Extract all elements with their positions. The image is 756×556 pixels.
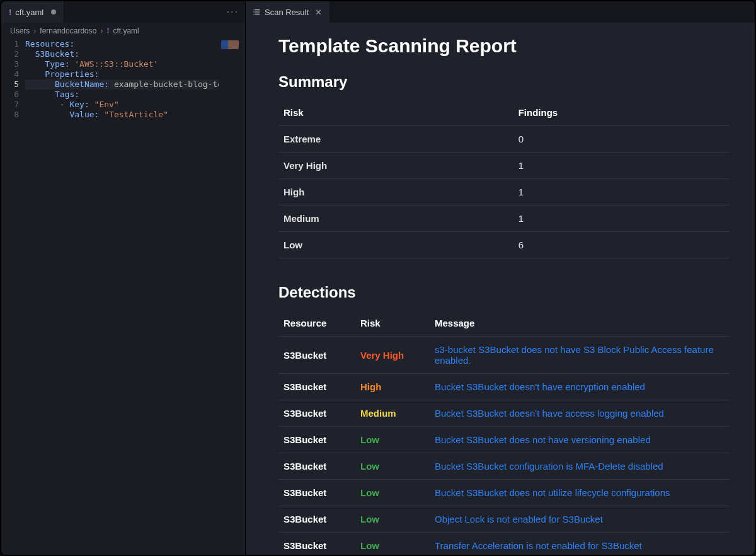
breadcrumb-seg[interactable]: fernandocardoso [40, 26, 96, 35]
summary-risk: Extreme [278, 126, 513, 153]
editor-pane: ! cft.yaml ··· Users › fernandocardoso ›… [1, 1, 246, 555]
minimap-blob [221, 40, 239, 49]
breadcrumb[interactable]: Users › fernandocardoso › ! cft.yaml [1, 23, 245, 39]
detection-resource: S3Bucket [278, 453, 355, 480]
detection-row: S3BucketLowTransfer Acceleration is not … [278, 533, 730, 555]
svg-point-4 [253, 11, 254, 12]
summary-risk: Very High [278, 153, 513, 179]
detection-message-link[interactable]: s3-bucket S3Bucket does not have S3 Bloc… [435, 344, 714, 366]
detection-row: S3BucketLowObject Lock is not enabled fo… [278, 506, 730, 533]
line-number: 6 [1, 90, 19, 100]
detection-message: Bucket S3Bucket configuration is MFA-Del… [430, 453, 730, 480]
detection-message-link[interactable]: Transfer Acceleration is not enabled for… [435, 540, 642, 551]
summary-findings: 1 [513, 153, 730, 179]
chevron-right-icon: › [33, 26, 36, 35]
detection-message: Bucket S3Bucket doesn't have access logg… [430, 400, 730, 427]
detections-heading: Detections [278, 284, 730, 310]
scan-body[interactable]: Template Scanning Report Summary Risk Fi… [246, 23, 755, 555]
summary-findings: 6 [513, 232, 730, 258]
detection-message-link[interactable]: Bucket S3Bucket does not utilize lifecyc… [435, 487, 670, 498]
detection-risk: Low [355, 453, 430, 480]
detection-resource: S3Bucket [278, 480, 355, 506]
detection-resource: S3Bucket [278, 506, 355, 533]
code-line[interactable]: Resources: [25, 39, 245, 49]
scan-pane: Scan Result ✕ Template Scanning Report S… [246, 1, 755, 555]
code-editor[interactable]: 12345678 Resources: S3Bucket: Type: 'AWS… [1, 39, 245, 555]
detection-risk: Low [355, 506, 430, 533]
line-number: 4 [1, 69, 19, 79]
report-title: Template Scanning Report [278, 32, 730, 73]
detection-message-link[interactable]: Bucket S3Bucket configuration is MFA-Del… [435, 461, 663, 472]
detection-risk: Low [355, 533, 430, 555]
detection-message: s3-bucket S3Bucket does not have S3 Bloc… [430, 337, 730, 374]
list-icon [253, 8, 261, 16]
detect-col-message: Message [430, 310, 730, 337]
detection-resource: S3Bucket [278, 400, 355, 427]
summary-row: Low6 [278, 232, 730, 258]
summary-heading: Summary [278, 73, 730, 100]
scan-result-tab[interactable]: Scan Result ✕ [246, 1, 329, 23]
code-line[interactable]: S3Bucket: [25, 49, 245, 59]
summary-findings: 1 [513, 179, 730, 206]
summary-risk: High [278, 179, 513, 206]
detection-message: Bucket S3Bucket doesn't have encryption … [430, 374, 730, 400]
code-line[interactable]: Tags: [25, 90, 245, 100]
detection-resource: S3Bucket [278, 427, 355, 453]
scan-tabbar: Scan Result ✕ [246, 1, 755, 23]
code-line[interactable]: Type: 'AWS::S3::Bucket' [25, 59, 245, 69]
summary-row: High1 [278, 179, 730, 206]
detection-message-link[interactable]: Bucket S3Bucket doesn't have access logg… [435, 408, 664, 419]
detection-risk: Medium [355, 400, 430, 427]
code-line[interactable]: - Key: "Env" [25, 100, 245, 110]
yaml-icon: ! [9, 8, 11, 17]
summary-risk: Low [278, 232, 513, 258]
detection-message-link[interactable]: Bucket S3Bucket doesn't have encryption … [435, 381, 645, 392]
detection-row: S3BucketVery Highs3-bucket S3Bucket does… [278, 337, 730, 374]
detection-message-link[interactable]: Bucket S3Bucket does not have versioning… [435, 434, 651, 445]
line-number: 3 [1, 59, 19, 69]
summary-findings: 0 [513, 126, 730, 153]
summary-findings: 1 [513, 206, 730, 232]
breadcrumb-seg[interactable]: cft.yaml [113, 26, 139, 35]
detection-message: Transfer Acceleration is not enabled for… [430, 533, 730, 555]
code-body[interactable]: Resources: S3Bucket: Type: 'AWS::S3::Buc… [25, 39, 245, 555]
editor-tab-label: cft.yaml [15, 8, 43, 17]
detection-row: S3BucketLowBucket S3Bucket does not util… [278, 480, 730, 506]
line-number: 7 [1, 100, 19, 110]
summary-risk: Medium [278, 206, 513, 232]
svg-point-5 [253, 14, 254, 14]
line-number: 1 [1, 39, 19, 49]
summary-col-risk: Risk [278, 100, 513, 126]
detection-row: S3BucketMediumBucket S3Bucket doesn't ha… [278, 400, 730, 427]
code-line[interactable]: Value: "TestArticle" [25, 110, 245, 120]
scan-tab-label: Scan Result [265, 8, 309, 17]
detection-resource: S3Bucket [278, 533, 355, 555]
detection-row: S3BucketLowBucket S3Bucket does not have… [278, 427, 730, 453]
editor-more-icon[interactable]: ··· [227, 6, 245, 18]
summary-row: Very High1 [278, 153, 730, 179]
detection-row: S3BucketHighBucket S3Bucket doesn't have… [278, 374, 730, 400]
editor-tabbar: ! cft.yaml ··· [1, 1, 245, 23]
line-number: 5 [1, 79, 19, 90]
minimap[interactable] [219, 39, 245, 555]
detection-message: Bucket S3Bucket does not utilize lifecyc… [430, 480, 730, 506]
detection-risk: High [355, 374, 430, 400]
svg-point-3 [253, 9, 254, 10]
code-line[interactable]: Properties: [25, 69, 245, 79]
detections-table: Resource Risk Message S3BucketVery Highs… [278, 310, 730, 555]
detection-risk: Very High [355, 337, 430, 374]
detection-message-link[interactable]: Object Lock is not enabled for S3Bucket [435, 514, 603, 524]
detection-message: Object Lock is not enabled for S3Bucket [430, 506, 730, 533]
detect-col-risk: Risk [355, 310, 430, 337]
close-icon[interactable]: ✕ [315, 8, 322, 17]
yaml-icon: ! [106, 26, 109, 35]
modified-dot-icon [51, 9, 56, 14]
detection-resource: S3Bucket [278, 374, 355, 400]
detection-risk: Low [355, 427, 430, 453]
chevron-right-icon: › [100, 26, 103, 35]
breadcrumb-seg[interactable]: Users [10, 26, 30, 35]
code-line[interactable]: BucketName: example-bucket-blog-test [25, 79, 245, 90]
summary-row: Medium1 [278, 206, 730, 232]
line-number: 2 [1, 49, 19, 59]
editor-tab-cft[interactable]: ! cft.yaml [1, 1, 64, 23]
